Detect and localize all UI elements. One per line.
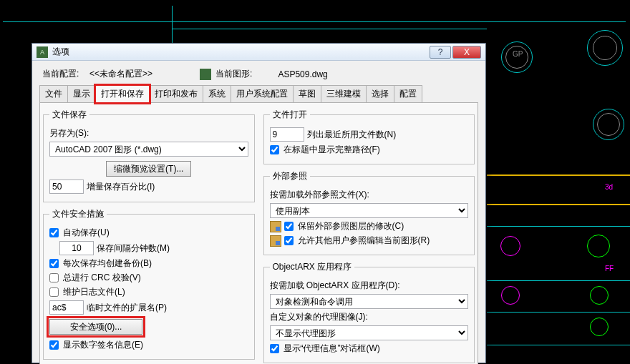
config-row: 当前配置: <<未命名配置>> 当前图形: ASP509.dwg [39,65,478,84]
ext-label: 临时文件的扩展名(P) [87,302,167,314]
proxy-label: 自定义对象的代理图像(J): [270,311,368,323]
ext-input[interactable] [49,300,84,315]
allow-edit-label: 允许其他用户参照编辑当前图形(R) [298,235,430,247]
titlebar[interactable]: A 选项 ? X [32,44,485,61]
recent-files-input[interactable] [270,127,304,142]
tab-select[interactable]: 选择 [366,85,394,102]
tab-open-save[interactable]: 打开和保存 [95,85,150,103]
proxy-select[interactable]: 不显示代理图形 [270,325,469,340]
tab-display[interactable]: 显示 [67,85,96,102]
auto-save-unit: 保存间隔分钟数(M) [97,242,170,255]
tab-print[interactable]: 打印和发布 [149,85,203,102]
group-objectarx-title: ObjectARX 应用程序 [270,261,355,273]
current-drawing-value: ASP509.dwg [278,69,327,79]
arx-load-label: 按需加载 ObjectARX 应用程序(D): [270,280,400,292]
options-dialog: A 选项 ? X 当前配置: <<未命名配置>> 当前图形: ASP509.dw… [32,43,486,363]
fullpath-label: 在标题中显示完整路径(F) [284,144,380,156]
save-as-label: 另存为(S): [49,127,89,139]
auto-save-label: 自动保存(U) [63,227,110,239]
xref-load-label: 按需加载外部参照文件(X): [270,189,369,201]
tab-userpref[interactable]: 用户系统配置 [231,85,294,102]
tab-draft[interactable]: 草图 [293,85,321,102]
thumbnail-button[interactable]: 缩微预览设置(T)... [106,161,191,177]
group-file-save-title: 文件保存 [49,109,89,121]
arx-load-select[interactable]: 对象检测和命令调用 [270,294,469,309]
tab-file[interactable]: 文件 [39,85,68,102]
security-options-button[interactable]: 安全选项(0)... [49,319,142,335]
log-label: 维护日志文件(L) [63,286,125,298]
current-config-value: <<未命名配置>> [89,68,152,80]
xref-load-select[interactable]: 使用副本 [270,203,469,218]
auto-save-interval-input[interactable] [59,241,94,255]
drawing-icon [200,69,211,80]
tab-3d[interactable]: 三维建模 [321,85,367,102]
group-file-save: 文件保存 另存为(S): AutoCAD 2007 图形 (*.dwg) 缩微预… [43,109,255,202]
current-config-label: 当前配置: [42,68,85,80]
incremental-input[interactable] [49,179,84,194]
crc-check[interactable] [49,273,59,282]
proxy-dlg-label: 显示“代理信息”对话框(W) [284,343,380,355]
tab-profile[interactable]: 配置 [394,85,422,102]
app-icon: A [37,46,48,58]
group-xref-title: 外部参照 [270,170,310,182]
tab-bar: 文件 显示 打开和保存 打印和发布 系统 用户系统配置 草图 三维建模 选择 配… [39,84,478,103]
sig-check[interactable] [49,340,59,350]
backup-check[interactable] [49,259,59,268]
save-as-select[interactable]: AutoCAD 2007 图形 (*.dwg) [49,142,248,157]
edit-icon [270,235,281,247]
recent-files-label: 列出最近所用文件数(N) [307,129,397,141]
close-button[interactable]: X [452,46,481,59]
incremental-label: 增量保存百分比(I) [87,181,155,193]
auto-save-check[interactable] [49,228,59,237]
group-file-open: 文件打开 列出最近所用文件数(N) 在标题中显示完整路径(F) [263,109,475,164]
group-file-safety-title: 文件安全措施 [49,208,107,220]
proxy-dlg-check[interactable] [270,344,279,353]
log-check[interactable] [49,287,59,297]
allow-edit-check[interactable] [284,236,294,245]
current-drawing-label: 当前图形: [215,68,252,80]
retain-label: 保留外部参照图层的修改(C) [298,220,404,232]
tab-system[interactable]: 系统 [203,85,231,102]
help-button[interactable]: ? [430,46,451,59]
window-title: 选项 [52,46,430,58]
group-objectarx: ObjectARX 应用程序 按需加载 ObjectARX 应用程序(D): 对… [263,261,475,363]
group-file-safety: 文件安全措施 自动保存(U) 保存间隔分钟数(M) 每次保存均创建备份(B) [43,208,255,360]
retain-check[interactable] [284,222,294,231]
sig-label: 显示数字签名信息(E) [63,339,143,351]
group-xref: 外部参照 按需加载外部参照文件(X): 使用副本 保留外部参照图层的修改(C) [263,170,475,255]
crc-label: 总进行 CRC 校验(V) [63,272,141,284]
backup-label: 每次保存均创建备份(B) [63,257,152,270]
layer-icon [270,221,281,232]
fullpath-check[interactable] [270,145,279,154]
group-file-open-title: 文件打开 [270,109,310,121]
